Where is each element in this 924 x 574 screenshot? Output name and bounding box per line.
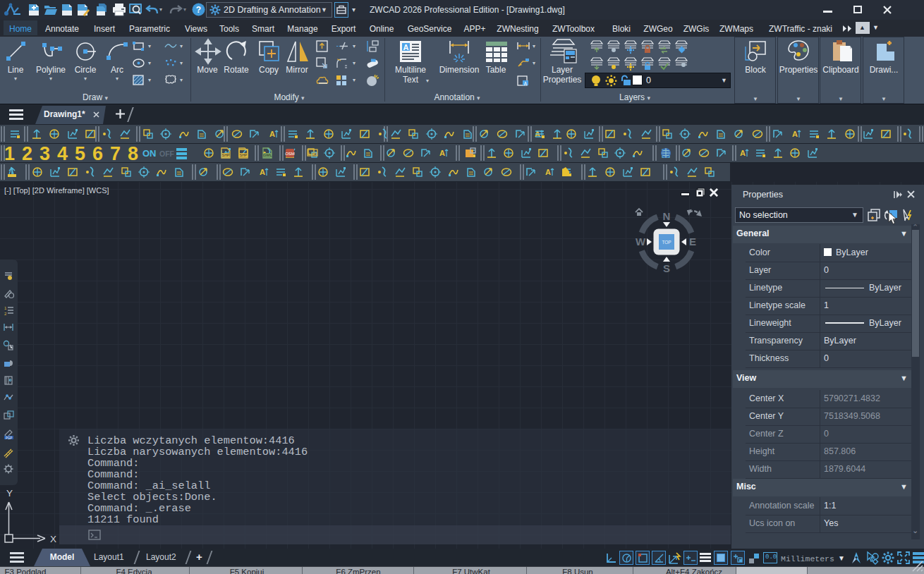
svg-text:A: A [740, 149, 746, 157]
svg-text:2: 2 [4, 312, 7, 316]
svg-text:LAB: LAB [308, 152, 316, 156]
svg-text:A: A [260, 168, 265, 176]
svg-text:A: A [439, 149, 445, 157]
svg-text:S: S [663, 262, 670, 274]
svg-text:OSM: OSM [285, 152, 295, 156]
svg-text:?: ? [196, 5, 201, 15]
svg-text:SHP: SHP [240, 153, 248, 157]
svg-text:PGP: PGP [6, 436, 13, 440]
svg-text:SHP: SHP [222, 153, 230, 157]
svg-text:A: A [524, 81, 528, 86]
svg-text:E: E [689, 236, 696, 248]
svg-text:1: 1 [4, 306, 7, 310]
svg-text:A: A [269, 130, 275, 138]
svg-text:W: W [636, 236, 646, 248]
svg-text:A: A [545, 168, 551, 176]
svg-text:GML: GML [264, 153, 272, 157]
svg-text:N: N [663, 210, 671, 222]
svg-text:TOP: TOP [662, 240, 671, 245]
svg-text:A: A [792, 130, 798, 138]
svg-text:X: X [50, 534, 56, 544]
svg-text:Y: Y [6, 488, 13, 499]
svg-text:A: A [403, 43, 409, 51]
